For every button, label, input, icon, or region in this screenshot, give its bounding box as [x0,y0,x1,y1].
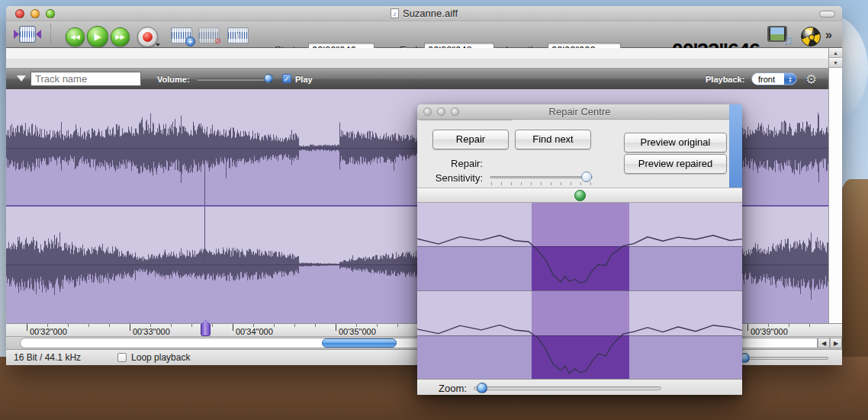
sensitivity-tick-marks [491,182,593,186]
tick-label: 00'35"000 [339,327,376,336]
minor-tick [274,324,275,327]
find-next-button[interactable]: Find next [515,130,591,149]
dialog-zoom-thumb[interactable] [477,383,487,393]
dialog-title: Repair Centre [549,106,611,117]
major-tick [336,324,336,331]
gear-icon[interactable]: ⚙ [805,72,817,88]
volume-label: Volume: [157,75,190,84]
toolbar-separator [50,24,51,45]
major-tick [747,324,748,331]
repair-button[interactable]: Repair [432,130,509,149]
sensitivity-label: Sensitivity: [422,172,483,184]
overview-strip [6,48,842,69]
play-label: Play [295,75,313,84]
minor-tick [397,324,398,327]
major-tick [233,324,233,331]
toolbar: ◀◀ ▶ ▶▶ + ⊘ Start: End: Length: 00'33"64… [6,21,842,48]
preview-repaired-button[interactable]: Preview repaired [624,154,727,174]
minor-tick [315,324,316,327]
minor-tick [377,324,378,327]
window-title: Suzanne.aiff [403,8,458,19]
popup-stepper-icon: ▲▼ [784,73,796,85]
minor-tick [809,324,810,327]
fast-forward-button[interactable]: ▶▶ [111,27,130,46]
minimize-button[interactable] [31,9,40,18]
desktop-background: ♪ Suzanne.aiff ◀◀ ▶ ▶▶ + ⊘ Start: [0,0,868,420]
waveform-squeeze-icon[interactable] [227,27,249,43]
track-header: Volume: ✓ Play Playback: front ▲▼ ⚙ [6,69,842,89]
minor-tick [212,324,213,327]
tick-label: 00'33"000 [133,327,170,336]
loop-playback-checkbox[interactable] [117,353,127,362]
minor-tick [109,324,110,327]
dialog-zoom-bar: Zoom: [417,379,742,395]
activity-strip [417,188,742,203]
tick-label: 00'34"000 [236,327,273,336]
toolbar-toggle-button[interactable] [819,11,835,18]
dialog-close-button[interactable] [423,107,432,116]
major-tick [130,324,130,331]
volume-slider-thumb[interactable] [264,74,273,83]
hscroll-thumb[interactable] [322,338,397,348]
scroll-down-button[interactable]: ▼ [829,59,842,68]
scroll-up-button[interactable]: ▲ [829,49,842,58]
rewind-button[interactable]: ◀◀ [66,27,85,46]
zoom-button[interactable] [46,9,55,18]
minor-tick [171,324,172,327]
toolbar-overflow-chevron[interactable]: » [825,28,832,42]
window-titlebar[interactable]: ♪ Suzanne.aiff [6,6,842,21]
minor-tick [88,324,89,327]
dialog-waveform-canvas [417,203,742,379]
tick-label: 00'39"000 [751,327,788,336]
scroll-left-button[interactable]: ◀ [818,338,830,348]
waveform-delete-icon: ⊘ [198,27,220,43]
track-name-input[interactable] [31,72,141,86]
sensitivity-slider-thumb[interactable] [581,172,592,182]
playback-label: Playback: [706,75,744,84]
document-icon: ♪ [391,8,399,18]
dialog-minimize-button[interactable] [437,107,445,116]
sensitivity-slider[interactable] [490,176,593,178]
waveform-add-icon[interactable]: + [171,27,192,43]
media-browser-icon[interactable]: ♫ [767,26,793,46]
dialog-zoom-slider[interactable] [474,386,661,390]
dialog-titlebar[interactable]: Repair Centre [417,104,742,120]
volume-slider[interactable] [197,78,273,80]
status-led-icon [574,190,586,201]
repair-centre-dialog: Repair Centre Repair Find next Preview o… [417,104,742,395]
major-tick [27,324,27,331]
record-button[interactable] [137,27,158,47]
repair-mode-label: Repair: [429,158,483,169]
playback-value: front [758,75,775,84]
minor-tick [789,324,789,327]
dialog-waveform-view[interactable] [417,203,742,379]
preview-original-button[interactable]: Preview original [624,133,727,152]
play-button[interactable]: ▶ [87,26,108,47]
vertical-scrollbar[interactable] [828,48,842,323]
scroll-right-button[interactable]: ▶ [830,338,842,348]
minor-tick [191,324,192,327]
loop-playback-label: Loop playback [131,352,190,363]
playback-select[interactable]: front ▲▼ [751,72,797,85]
minor-tick [294,324,295,327]
minor-tick [68,324,69,327]
disclosure-triangle-icon[interactable] [17,75,26,82]
close-button[interactable] [15,9,24,18]
selection-tool-icon[interactable] [14,25,41,44]
play-checkbox[interactable]: ✓ [282,74,291,83]
burn-icon[interactable] [801,27,821,46]
record-dot-icon [143,32,153,42]
dialog-zoom-button[interactable] [451,107,459,116]
format-status: 16 Bit / 44.1 kHz [14,352,81,363]
record-dropdown-arrow[interactable] [156,43,160,46]
zoom-label: Zoom: [439,383,467,394]
tick-label: 00'32"000 [30,327,67,336]
